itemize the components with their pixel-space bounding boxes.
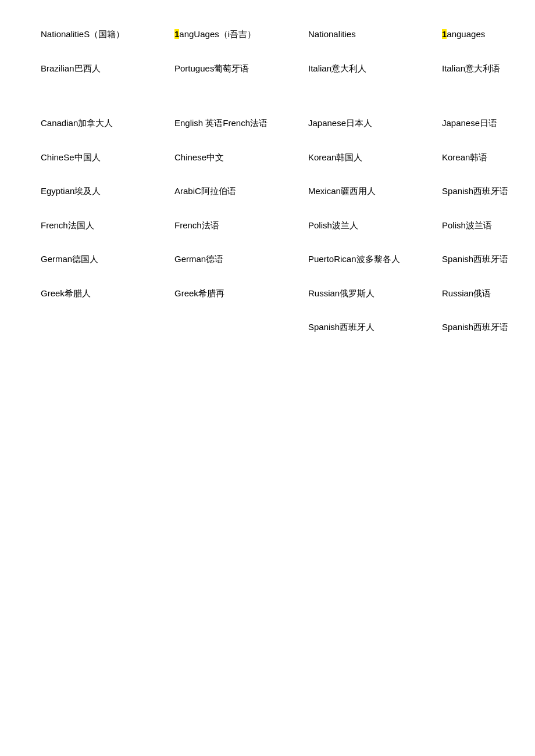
cell-r4c4-text: Korean韩语 xyxy=(442,152,487,162)
cell-r5c3: Mexican疆西用人 xyxy=(302,174,436,209)
cell-r4c2-text: Chinese中文 xyxy=(174,152,224,162)
cell-r3c1-text: Canadian加拿大人 xyxy=(41,118,113,128)
cell-r8c3-text: Russian俄罗斯人 xyxy=(308,288,374,298)
cell-r5c4-text: Spanish西班牙语 xyxy=(442,186,508,196)
cell-r8c2: Greek希腊再 xyxy=(169,277,302,311)
cell-r2c3 xyxy=(302,85,436,106)
cell-r5c2-text: ArabiC阿拉伯语 xyxy=(174,186,236,196)
cell-r5c1-text: Egyptian埃及人 xyxy=(41,186,101,196)
cell-r1c1: Brazilian巴西人 xyxy=(35,52,169,86)
cell-r6c4: Polish波兰语 xyxy=(436,209,535,243)
header-col3: Nationalities xyxy=(302,17,436,52)
cell-r3c3-text: Japanese日本人 xyxy=(308,118,372,128)
cell-r3c2-text: English 英语French法语 xyxy=(174,118,268,128)
cell-r9c4-text: Spanish西班牙语 xyxy=(442,322,508,332)
cell-r8c1: Greek希腊人 xyxy=(35,277,169,311)
cell-r1c3: Italian意大利人 xyxy=(302,52,436,86)
header-col2: 1angUages（i吾吉） xyxy=(169,17,302,52)
cell-r7c4-text: Spanish西班牙语 xyxy=(442,254,508,264)
cell-r1c1-text: Brazilian巴西人 xyxy=(41,63,101,73)
cell-r2c2 xyxy=(169,85,302,106)
cell-r6c3-text: Polish波兰人 xyxy=(308,220,358,230)
cell-r3c3: Japanese日本人 xyxy=(302,106,436,141)
cell-r3c1: Canadian加拿大人 xyxy=(35,106,169,141)
cell-r7c3: PuertoRican波多黎各人 xyxy=(302,242,436,277)
cell-r5c2: ArabiC阿拉伯语 xyxy=(169,174,302,209)
cell-r6c2-text: French法语 xyxy=(174,220,219,230)
header-col1: NationalitieS（国籍） xyxy=(35,17,169,52)
cell-r5c4: Spanish西班牙语 xyxy=(436,174,535,209)
cell-r1c2: Portugues葡萄牙语 xyxy=(169,52,302,86)
header-col4: 1anguages xyxy=(436,17,535,52)
cell-r6c4-text: Polish波兰语 xyxy=(442,220,492,230)
cell-r9c3-text: Spanish西班牙人 xyxy=(308,322,374,332)
cell-r8c1-text: Greek希腊人 xyxy=(41,288,91,298)
cell-r9c2 xyxy=(169,310,302,345)
cell-r8c4: Russian俄语 xyxy=(436,277,535,311)
cell-r9c3: Spanish西班牙人 xyxy=(302,310,436,345)
cell-r9c1 xyxy=(35,310,169,345)
header-col1-text: NationalitieS（国籍） xyxy=(41,29,124,39)
cell-r4c1: ChineSe中国人 xyxy=(35,141,169,175)
cell-r6c2: French法语 xyxy=(169,209,302,243)
cell-r1c2-text: Portugues葡萄牙语 xyxy=(174,63,249,73)
cell-r7c1: German德国人 xyxy=(35,242,169,277)
cell-r3c4: Japanese日语 xyxy=(436,106,535,141)
cell-r6c1-text: French法国人 xyxy=(41,220,94,230)
cell-r6c1: French法国人 xyxy=(35,209,169,243)
cell-r8c3: Russian俄罗斯人 xyxy=(302,277,436,311)
cell-r1c4-text: Italian意大利语 xyxy=(442,63,500,73)
content-grid: NationalitieS（国籍） 1angUages（i吾吉） Nationa… xyxy=(0,0,535,362)
cell-r6c3: Polish波兰人 xyxy=(302,209,436,243)
cell-r4c1-text: ChineSe中国人 xyxy=(41,152,101,162)
cell-r4c4: Korean韩语 xyxy=(436,141,535,175)
cell-r2c1 xyxy=(35,85,169,106)
cell-r5c3-text: Mexican疆西用人 xyxy=(308,186,376,196)
cell-r7c1-text: German德国人 xyxy=(41,254,98,264)
cell-r4c2: Chinese中文 xyxy=(169,141,302,175)
cell-r9c4: Spanish西班牙语 xyxy=(436,310,535,345)
cell-r8c4-text: Russian俄语 xyxy=(442,288,491,298)
header-col2-text: angUages（i吾吉） xyxy=(179,29,256,39)
cell-r4c3: Korean韩国人 xyxy=(302,141,436,175)
cell-r7c2: German德语 xyxy=(169,242,302,277)
cell-r7c3-text: PuertoRican波多黎各人 xyxy=(308,254,400,264)
header-col3-text: Nationalities xyxy=(308,29,356,39)
cell-r4c3-text: Korean韩国人 xyxy=(308,152,362,162)
cell-r1c4: Italian意大利语 xyxy=(436,52,535,86)
header-col4-text: anguages xyxy=(447,29,485,39)
cell-r3c4-text: Japanese日语 xyxy=(442,118,497,128)
cell-r8c2-text: Greek希腊再 xyxy=(174,288,224,298)
cell-r7c2-text: German德语 xyxy=(174,254,223,264)
cell-r7c4: Spanish西班牙语 xyxy=(436,242,535,277)
cell-r5c1: Egyptian埃及人 xyxy=(35,174,169,209)
cell-r1c3-text: Italian意大利人 xyxy=(308,63,366,73)
cell-r3c2: English 英语French法语 xyxy=(169,106,302,141)
cell-r2c4 xyxy=(436,85,535,106)
